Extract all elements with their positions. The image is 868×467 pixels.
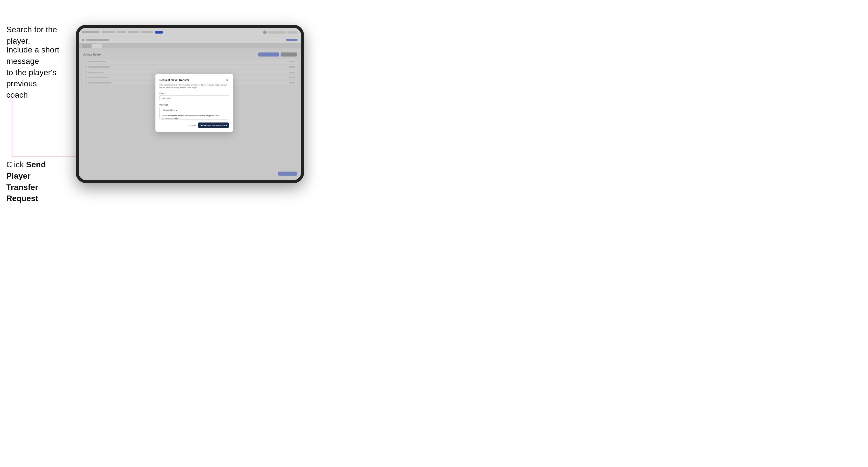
annotation-click-text: Click Send Player Transfer Request xyxy=(6,159,72,204)
annotation-message-text: Include a short message to the player's … xyxy=(6,44,72,101)
modal-overlay: Request player transfer × If the player … xyxy=(79,28,301,180)
arrow-vertical-click-left xyxy=(12,140,12,156)
annotation-area: Search for the player. Include a short m… xyxy=(0,0,73,467)
modal-cancel-button[interactable]: Cancel xyxy=(189,124,196,126)
modal-footer: Cancel Send Player Transfer Request xyxy=(159,122,229,128)
send-transfer-request-button[interactable]: Send Player Transfer Request xyxy=(198,122,229,128)
modal-dialog: Request player transfer × If the player … xyxy=(155,74,233,132)
device-screen: Update Roster xyxy=(79,28,301,180)
modal-title: Request player transfer xyxy=(159,79,189,82)
annotation-search-text: Search for the player. xyxy=(6,24,73,47)
modal-message-textarea[interactable]: Hi Coach McHarg, Please accept this tran… xyxy=(159,107,229,119)
modal-message-label: Message xyxy=(159,103,229,106)
modal-description: If the player is transferring from anoth… xyxy=(159,84,229,89)
modal-header: Request player transfer × xyxy=(159,78,229,82)
modal-player-label: Player xyxy=(159,92,229,94)
modal-close-button[interactable]: × xyxy=(225,78,229,82)
device-frame: Update Roster xyxy=(76,25,304,183)
modal-player-input[interactable]: Rees Britt xyxy=(159,95,229,101)
